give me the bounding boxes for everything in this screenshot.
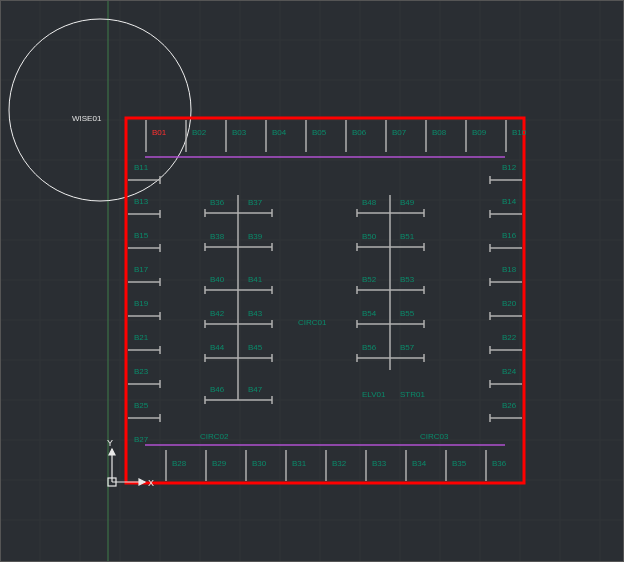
circ02-label: CIRC02 [200,432,228,441]
bottom-label: B30 [252,459,266,468]
cluster-label: B56 [362,343,376,352]
left-label: B11 [134,163,148,172]
elv-label: ELV01 [362,390,385,399]
right-label: B26 [502,401,516,410]
cluster-label: B38 [210,232,224,241]
cluster-label: B37 [248,198,262,207]
ucs-x-label: X [148,478,154,488]
right-label: B12 [502,163,516,172]
cluster-label: B49 [400,198,414,207]
cluster-label: B47 [248,385,262,394]
left-label: B27 [134,435,148,444]
bottom-label: B28 [172,459,186,468]
cluster-label: B41 [248,275,262,284]
bottom-label: B34 [412,459,426,468]
left-cluster [205,195,272,404]
right-label: B20 [502,299,516,308]
left-label: B19 [134,299,148,308]
svg-marker-121 [109,449,115,455]
cluster-label: B45 [248,343,262,352]
cluster-label: B39 [248,232,262,241]
top-label: B08 [432,128,446,137]
top-label: B03 [232,128,246,137]
cluster-label: B51 [400,232,414,241]
cluster-label: B36 [210,198,224,207]
right-label: B18 [502,265,516,274]
bottom-label: B33 [372,459,386,468]
ucs-y-label: Y [107,438,113,448]
cluster-label: B53 [400,275,414,284]
left-label: B21 [134,333,148,342]
wise-label: WISE01 [72,114,101,123]
cluster-label: B52 [362,275,376,284]
right-label: B24 [502,367,516,376]
bottom-label: B36 [492,459,506,468]
top-label: B06 [352,128,366,137]
cluster-label: B44 [210,343,224,352]
top-label: B07 [392,128,406,137]
left-label: B25 [134,401,148,410]
cluster-label: B55 [400,309,414,318]
top-label: B02 [192,128,206,137]
left-label: B17 [134,265,148,274]
drawing-svg[interactable] [0,0,624,562]
str-label: STR01 [400,390,425,399]
circ03-label: CIRC03 [420,432,448,441]
cluster-label: B43 [248,309,262,318]
right-label: B14 [502,197,516,206]
cluster-label: B57 [400,343,414,352]
top-label: B09 [472,128,486,137]
cad-viewport[interactable]: WISE01 B01B02B03B04B05B06B07B08B09B10 B1… [0,0,624,562]
left-label: B13 [134,197,148,206]
wise-circle [9,19,191,201]
cluster-label: B46 [210,385,224,394]
bottom-label: B29 [212,459,226,468]
right-label: B22 [502,333,516,342]
grid-minor [0,0,624,562]
left-label: B15 [134,231,148,240]
bottom-label: B32 [332,459,346,468]
right-label: B16 [502,231,516,240]
boundary-rect [126,118,524,483]
cluster-label: B40 [210,275,224,284]
cluster-label: B42 [210,309,224,318]
cluster-label: B54 [362,309,376,318]
top-label: B05 [312,128,326,137]
top-label: B01 [152,128,166,137]
cluster-label: B48 [362,198,376,207]
center-label: CIRC01 [298,318,326,327]
bottom-label: B31 [292,459,306,468]
left-label: B23 [134,367,148,376]
bottom-label: B35 [452,459,466,468]
top-label: B10 [512,128,526,137]
cluster-label: B50 [362,232,376,241]
top-label: B04 [272,128,286,137]
